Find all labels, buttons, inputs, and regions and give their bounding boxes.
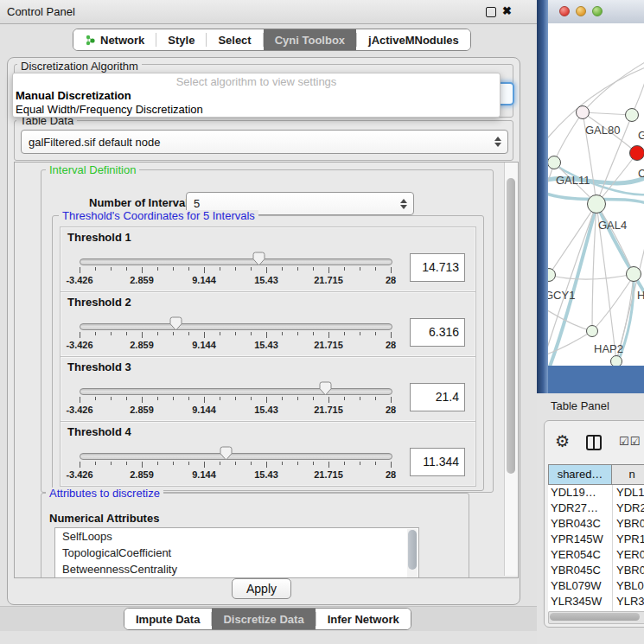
slider-tick <box>220 397 220 400</box>
slider-tick <box>111 397 112 400</box>
threshold-slider-thumb[interactable] <box>319 381 332 396</box>
zoom-traffic-icon[interactable] <box>592 6 603 16</box>
gear-icon[interactable]: ⚙ <box>555 432 570 451</box>
network-canvas[interactable]: GAL80GACGAL11GAL4GCY1HHAP2 <box>548 23 644 366</box>
cell-name: YDL1 <box>612 485 644 501</box>
list-item[interactable]: SelfLoops <box>55 528 418 545</box>
tab-network[interactable]: Network <box>73 29 156 50</box>
table-row[interactable]: YBL079WYBL0 <box>548 578 644 594</box>
attributes-list-scrollbar[interactable] <box>407 529 418 578</box>
numerical-attributes-list[interactable]: SelfLoopsTopologicalCoefficientBetweenne… <box>54 527 419 578</box>
slider-tick <box>220 462 220 465</box>
threshold-slider-track[interactable] <box>80 453 392 460</box>
bottom-tab-bar: Impute DataDiscretize DataInfer Network <box>124 608 411 630</box>
network-window-titlebar[interactable] <box>548 0 644 24</box>
threshold-panel-3: Threshold 3-3.4262.8599.14415.4321.71528… <box>60 356 476 422</box>
algorithm-dropdown-popup: Select algorithm to view settingsManual … <box>12 73 501 118</box>
list-item[interactable]: BetweennessCentrality <box>55 561 418 577</box>
slider-tick <box>235 332 236 335</box>
threshold-value-field[interactable]: 21.4 <box>410 383 465 411</box>
slider-tick <box>282 397 283 400</box>
threshold-panel-1: Threshold 1-3.4262.8599.14415.4321.71528… <box>60 226 476 292</box>
slider-tick-label: -3.426 <box>66 275 92 285</box>
close-traffic-icon[interactable] <box>559 6 570 16</box>
close-icon[interactable]: ✖ <box>502 3 512 19</box>
table-row[interactable]: YLR345WYLR3 <box>548 594 644 609</box>
table-row[interactable]: YER054CYER0 <box>548 547 644 563</box>
tab-cyni-toolbox[interactable]: Cyni Toolbox <box>264 29 356 50</box>
table-row[interactable]: YBR045CYBR0 <box>548 563 644 578</box>
table-data-combo[interactable]: galFiltered.sif default node <box>21 130 508 154</box>
tab-jactivemnodules[interactable]: jActiveMNodules <box>357 29 470 50</box>
cell-name: YBL0 <box>612 578 644 594</box>
bottom-tab-discretize-data[interactable]: Discretize Data <box>212 609 315 629</box>
dropdown-prompt: Select algorithm to view settings <box>13 75 500 88</box>
table-row[interactable]: YPR145WYPR1 <box>548 532 644 547</box>
tab-style[interactable]: Style <box>156 29 206 50</box>
slider-tick <box>235 397 236 400</box>
table-data-combo-value: galFiltered.sif default node <box>22 136 492 149</box>
slider-tick <box>142 332 143 338</box>
slider-tick <box>313 267 314 271</box>
network-node-h[interactable] <box>626 266 641 282</box>
slider-tick <box>157 332 158 335</box>
threshold-slider-thumb[interactable] <box>220 446 233 461</box>
slider-tick <box>126 462 127 465</box>
dropdown-option-manual-discretization[interactable]: Manual Discretization <box>16 89 131 102</box>
slider-tick-label: -3.426 <box>66 469 92 480</box>
network-node-gal80[interactable] <box>576 105 590 119</box>
settings-vertical-scrollbar[interactable] <box>504 163 518 576</box>
slider-tick-label: 21.715 <box>314 469 343 480</box>
threshold-value-field[interactable]: 11.344 <box>410 448 465 476</box>
list-item[interactable]: TopologicalCoefficient <box>55 545 418 561</box>
dropdown-option-equal-width-frequency[interactable]: Equal Width/Frequency Discretization <box>16 103 203 116</box>
threshold-slider-track[interactable] <box>80 388 392 395</box>
table-row[interactable]: YBR043CYBR0 <box>548 516 644 532</box>
table-row[interactable]: YDR27…YDR2 <box>548 501 644 516</box>
threshold-value-field[interactable]: 14.713 <box>410 253 465 282</box>
slider-tick <box>95 267 96 271</box>
network-node-c[interactable] <box>629 145 644 161</box>
threshold-slider-thumb[interactable] <box>169 316 182 331</box>
slider-tick <box>204 267 205 273</box>
network-node[interactable] <box>610 355 622 366</box>
network-node-ga[interactable] <box>625 108 639 122</box>
slider-tick <box>111 462 112 465</box>
threshold-slider-track[interactable] <box>80 323 392 330</box>
threshold-panel-2: Threshold 2-3.4262.8599.14415.4321.71528… <box>60 291 476 357</box>
slider-tick <box>204 462 205 468</box>
slider-tick-label: 9.144 <box>192 340 216 350</box>
threshold-value-field[interactable]: 6.316 <box>410 318 465 347</box>
slider-tick <box>391 397 392 403</box>
table-panel: ⚙ ☑☑ shared… n YDL19…YDL1YDR27…YDR2YBR04… <box>544 420 644 628</box>
float-panel-icon[interactable] <box>486 7 496 17</box>
column-header-shared-name[interactable]: shared… <box>548 465 612 484</box>
minimize-traffic-icon[interactable] <box>576 6 586 16</box>
slider-tick <box>297 332 298 335</box>
checkbox-columns-icon[interactable]: ☑☑ <box>619 435 641 448</box>
network-node-gal4[interactable] <box>587 194 606 214</box>
cell-shared-name: YBR045C <box>548 563 612 578</box>
column-header-name[interactable]: n <box>612 465 644 484</box>
table-row[interactable]: YDL19…YDL1 <box>548 485 644 501</box>
slider-tick <box>344 267 345 271</box>
slider-tick-label: -3.426 <box>66 340 92 350</box>
cell-shared-name: YDL19… <box>548 485 612 501</box>
bottom-tab-impute-data[interactable]: Impute Data <box>124 609 211 629</box>
table-header-row: shared… n <box>548 464 644 485</box>
cell-shared-name: YLR345W <box>548 594 612 609</box>
network-node-label: H <box>637 289 644 302</box>
threshold-slider-thumb[interactable] <box>252 252 265 266</box>
interval-definition-group-title: Interval Definition <box>46 164 139 175</box>
bottom-tab-infer-network[interactable]: Infer Network <box>316 609 411 629</box>
application-window: Control Panel ✖ NetworkStyleSelectCyni T… <box>0 0 644 644</box>
apply-button[interactable]: Apply <box>232 578 291 599</box>
tab-select[interactable]: Select <box>207 29 262 50</box>
threshold-label: Threshold 3 <box>67 360 131 373</box>
slider-tick <box>95 462 96 465</box>
threshold-slider-track[interactable] <box>80 258 392 265</box>
table-horizontal-scrollbar[interactable] <box>548 611 644 624</box>
network-node-hap2[interactable] <box>586 325 598 337</box>
split-columns-icon[interactable] <box>586 435 602 450</box>
tab-cyni-toolbox-label: Cyni Toolbox <box>275 34 345 47</box>
